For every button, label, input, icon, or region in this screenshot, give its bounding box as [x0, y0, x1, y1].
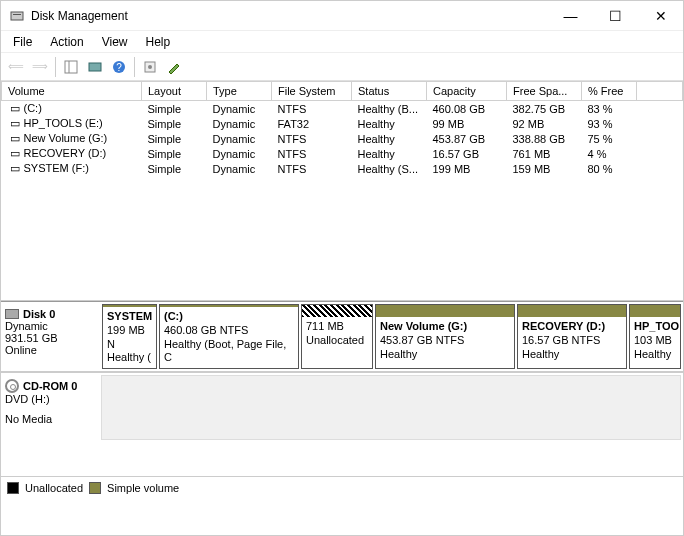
- col-free[interactable]: Free Spa...: [507, 82, 582, 101]
- volume-icon: ▭: [8, 102, 22, 115]
- partition-box[interactable]: (C:)460.08 GB NTFSHealthy (Boot, Page Fi…: [159, 304, 299, 369]
- volume-list-header[interactable]: Volume Layout Type File System Status Ca…: [2, 82, 683, 101]
- title-bar: Disk Management — ☐ ✕: [1, 1, 683, 31]
- volume-row[interactable]: ▭RECOVERY (D:)SimpleDynamicNTFSHealthy16…: [2, 146, 683, 161]
- col-volume[interactable]: Volume: [2, 82, 142, 101]
- menu-bar: File Action View Help: [1, 31, 683, 53]
- minimize-button[interactable]: —: [548, 1, 593, 31]
- disk-info: Disk 0 Dynamic 931.51 GB Online: [1, 302, 101, 371]
- partition-box[interactable]: New Volume (G:)453.87 GB NTFSHealthy: [375, 304, 515, 369]
- help-button[interactable]: ?: [108, 56, 130, 78]
- disk-status: Online: [5, 344, 97, 356]
- partition-cap: [518, 305, 626, 317]
- volume-list[interactable]: Volume Layout Type File System Status Ca…: [1, 81, 683, 301]
- volume-row[interactable]: ▭HP_TOOLS (E:)SimpleDynamicFAT32Healthy9…: [2, 116, 683, 131]
- partition-body: HP_TOO103 MBHealthy: [630, 317, 680, 368]
- partition-body: RECOVERY (D:)16.57 GB NTFSHealthy: [518, 317, 626, 368]
- volume-row[interactable]: ▭SYSTEM (F:)SimpleDynamicNTFSHealthy (S.…: [2, 161, 683, 176]
- svg-point-8: [148, 65, 152, 69]
- partition-body: SYSTEM199 MB NHealthy (: [103, 307, 156, 368]
- legend-swatch-simple: [89, 482, 101, 494]
- window-title: Disk Management: [31, 9, 128, 23]
- volume-row[interactable]: ▭(C:)SimpleDynamicNTFSHealthy (B...460.0…: [2, 101, 683, 117]
- partition-body: (C:)460.08 GB NTFSHealthy (Boot, Page Fi…: [160, 307, 298, 368]
- disk-name: Disk 0: [23, 308, 55, 320]
- cdrom-row[interactable]: CD-ROM 0 DVD (H:) No Media: [1, 372, 683, 442]
- forward-button[interactable]: ⟹: [29, 56, 51, 78]
- legend-label-simple: Simple volume: [107, 482, 179, 494]
- volume-icon: ▭: [8, 147, 22, 160]
- partition-cap: [302, 305, 372, 317]
- svg-rect-1: [13, 14, 21, 15]
- refresh-button[interactable]: [84, 56, 106, 78]
- cdrom-icon: [5, 379, 19, 393]
- maximize-button[interactable]: ☐: [593, 1, 638, 31]
- disk-row[interactable]: Disk 0 Dynamic 931.51 GB Online SYSTEM19…: [1, 302, 683, 372]
- volume-icon: ▭: [8, 132, 22, 145]
- legend-label-unallocated: Unallocated: [25, 482, 83, 494]
- partition-cap: [630, 305, 680, 317]
- partition-box[interactable]: HP_TOO103 MBHealthy: [629, 304, 681, 369]
- col-type[interactable]: Type: [207, 82, 272, 101]
- disk-type: Dynamic: [5, 320, 97, 332]
- properties-button[interactable]: [163, 56, 185, 78]
- svg-rect-4: [89, 63, 101, 71]
- volume-icon: ▭: [8, 117, 22, 130]
- svg-text:?: ?: [116, 62, 122, 73]
- disk-graphical-view: Disk 0 Dynamic 931.51 GB Online SYSTEM19…: [1, 301, 683, 476]
- svg-rect-0: [11, 12, 23, 20]
- partition-box[interactable]: 711 MBUnallocated: [301, 304, 373, 369]
- partition-body: 711 MBUnallocated: [302, 317, 372, 368]
- close-button[interactable]: ✕: [638, 1, 683, 31]
- cdrom-status: No Media: [5, 413, 97, 425]
- volume-row[interactable]: ▭New Volume (G:)SimpleDynamicNTFSHealthy…: [2, 131, 683, 146]
- cdrom-device: DVD (H:): [5, 393, 97, 405]
- menu-file[interactable]: File: [5, 33, 40, 51]
- col-layout[interactable]: Layout: [142, 82, 207, 101]
- back-button[interactable]: ⟸: [5, 56, 27, 78]
- cdrom-info: CD-ROM 0 DVD (H:) No Media: [1, 373, 101, 442]
- partition-body: New Volume (G:)453.87 GB NTFSHealthy: [376, 317, 514, 368]
- show-hide-console-button[interactable]: [60, 56, 82, 78]
- legend-swatch-unallocated: [7, 482, 19, 494]
- partition-box[interactable]: RECOVERY (D:)16.57 GB NTFSHealthy: [517, 304, 627, 369]
- cdrom-name: CD-ROM 0: [23, 380, 77, 392]
- col-fs[interactable]: File System: [272, 82, 352, 101]
- col-status[interactable]: Status: [352, 82, 427, 101]
- col-capacity[interactable]: Capacity: [427, 82, 507, 101]
- menu-action[interactable]: Action: [42, 33, 91, 51]
- cdrom-empty-area: [101, 375, 681, 440]
- svg-rect-2: [65, 61, 77, 73]
- partition-box[interactable]: SYSTEM199 MB NHealthy (: [102, 304, 157, 369]
- partition-cap: [376, 305, 514, 317]
- disk-icon: [5, 309, 19, 319]
- legend: Unallocated Simple volume: [1, 476, 683, 498]
- menu-help[interactable]: Help: [138, 33, 179, 51]
- volume-icon: ▭: [8, 162, 22, 175]
- col-pctfree[interactable]: % Free: [582, 82, 637, 101]
- disk-size: 931.51 GB: [5, 332, 97, 344]
- toolbar: ⟸ ⟹ ?: [1, 53, 683, 81]
- menu-view[interactable]: View: [94, 33, 136, 51]
- settings-button[interactable]: [139, 56, 161, 78]
- app-icon: [9, 8, 25, 24]
